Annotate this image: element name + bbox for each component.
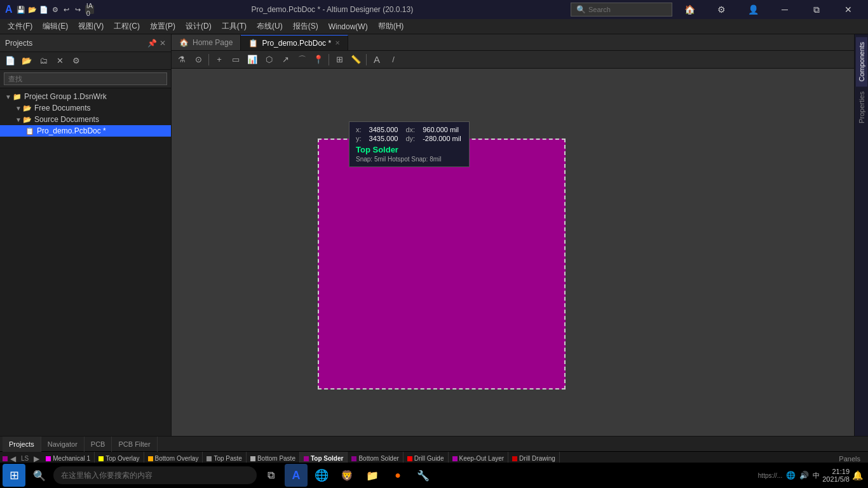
tree-item-source-docs[interactable]: ▼ 📂 Source Documents	[0, 114, 171, 125]
save-icon[interactable]: 💾	[17, 5, 25, 14]
add-btn[interactable]: +	[212, 53, 227, 67]
taskbar-app-ad[interactable]: ●	[386, 464, 409, 487]
free-docs-label: Free Documents	[34, 104, 91, 112]
pcb-doc-label: Pro_demo.PcbDoc *	[37, 126, 106, 135]
search-icon-btn[interactable]: 🔍	[28, 464, 51, 487]
menu-project[interactable]: 工程(C)	[109, 19, 145, 34]
filter-btn[interactable]: ⚗	[174, 53, 189, 67]
notification-icon[interactable]: 🔔	[852, 470, 863, 480]
tab-home[interactable]: 🏠 Home Page	[172, 35, 241, 50]
tree-item-free-docs[interactable]: ▼ 📂 Free Documents	[0, 102, 171, 114]
taskbar-app-brave[interactable]: 🦁	[336, 464, 358, 487]
home-icon[interactable]: 🏠	[675, 0, 704, 19]
toggle-free-docs[interactable]: ▼	[15, 105, 22, 112]
menu-window[interactable]: Window(W)	[323, 19, 373, 34]
menu-place[interactable]: 放置(P)	[145, 19, 180, 34]
highlight-btn[interactable]: ⊙	[191, 53, 206, 67]
sidebar-settings-icon[interactable]: ⚙	[69, 54, 84, 68]
x-value: 3485.000	[369, 126, 398, 133]
menu-edit[interactable]: 编辑(E)	[37, 19, 73, 34]
text-btn[interactable]: A	[369, 53, 384, 67]
sidebar-search-input[interactable]	[4, 72, 167, 85]
cursor-btn[interactable]: ↗	[278, 53, 293, 67]
menu-view[interactable]: 视图(V)	[73, 19, 109, 34]
pcb-canvas[interactable]: x: 3485.000 dx: 960.000 mil y: 3435.000 …	[172, 69, 854, 436]
sidebar-close-doc-icon[interactable]: ✕	[52, 54, 67, 68]
tab-pcb-label: Pro_demo.PcbDoc *	[262, 39, 331, 48]
sidebar-folder-icon[interactable]: 🗂	[36, 54, 51, 68]
chart-btn[interactable]: 📊	[245, 53, 260, 67]
frame-btn[interactable]: ⊞	[332, 53, 347, 67]
menu-file[interactable]: 文件(F)	[3, 19, 37, 34]
ime-icon: 中	[813, 471, 820, 480]
menu-tools[interactable]: 工具(T)	[217, 19, 252, 34]
tree-item-pcb-doc[interactable]: 📋 Pro_demo.PcbDoc *	[0, 125, 171, 137]
menu-route[interactable]: 布线(U)	[252, 19, 288, 34]
toolbar-sep-1	[208, 54, 209, 65]
new-icon[interactable]: 📄	[39, 5, 48, 14]
bot-tab-pcb-filter[interactable]: PCB Filter	[112, 437, 157, 452]
sidebar-close-icon[interactable]: ✕	[159, 39, 166, 48]
redo-icon[interactable]: ↪	[74, 5, 83, 14]
layer-bottom-paste-label: Bottom Paste	[257, 455, 295, 462]
pcb-board[interactable]	[318, 139, 566, 390]
bot-tab-navigator[interactable]: Navigator	[41, 437, 85, 452]
pcb-doc-icon: 📋	[25, 127, 34, 135]
sidebar-new-file-icon[interactable]: 📄	[3, 54, 18, 68]
taskbar-right: https://... 🌐 🔊 中 21:19 2021/5/8 🔔	[758, 468, 865, 483]
title-right-controls: 🔍 🏠 ⚙ 👤 ─ ⧉ ✕	[571, 0, 863, 19]
tree-item-project-group[interactable]: ▼ 📁 Project Group 1.DsnWrk	[0, 91, 171, 102]
undo-icon[interactable]: ↩	[62, 5, 71, 14]
tab-pcb[interactable]: 📋 Pro_demo.PcbDoc * ✕	[241, 35, 348, 50]
toggle-project-group[interactable]: ▼	[5, 93, 11, 100]
bot-tab-pcb[interactable]: PCB	[85, 437, 112, 452]
bot-tab-projects[interactable]: Projects	[3, 437, 41, 452]
dy-label: dy:	[405, 135, 415, 142]
settings-icon[interactable]: ⚙	[707, 0, 736, 19]
task-view-btn[interactable]: ⧉	[259, 464, 282, 487]
layer-scroll-left[interactable]: ◀	[8, 454, 18, 463]
taskbar-app-edge[interactable]: 🌐	[310, 464, 333, 487]
layer-scroll-right[interactable]: ▶	[31, 454, 42, 463]
close-button[interactable]: ✕	[834, 0, 863, 19]
taskbar-app-files[interactable]: 📁	[361, 464, 384, 487]
title-search-box[interactable]: 🔍	[571, 3, 672, 17]
layer-drill-drawing-dot	[512, 456, 517, 461]
clock-time: 21:19	[822, 468, 850, 475]
taskbar-clock[interactable]: 21:19 2021/5/8	[822, 468, 850, 483]
preferences-icon[interactable]: ⚙	[51, 5, 60, 14]
toolbar: ⚗ ⊙ + ▭ 📊 ⬡ ↗ ⌒ 📍 ⊞ 📏 A /	[172, 51, 854, 69]
layer-mechanical1-dot	[46, 456, 51, 461]
sidebar-open-icon[interactable]: 📂	[19, 54, 34, 68]
start-button[interactable]: ⊞	[3, 464, 25, 487]
arc-btn[interactable]: ⌒	[294, 53, 309, 67]
polygon-btn[interactable]: ⬡	[261, 53, 276, 67]
tab-pcb-close[interactable]: ✕	[335, 39, 340, 46]
open-icon[interactable]: 📂	[28, 5, 37, 14]
title-search-input[interactable]	[588, 6, 665, 13]
coord-tooltip: x: 3485.000 dx: 960.000 mil y: 3435.000 …	[349, 121, 470, 167]
taskbar-search[interactable]	[53, 466, 257, 484]
ls-label: LS	[18, 455, 31, 462]
project-tree: ▼ 📁 Project Group 1.DsnWrk ▼ 📂 Free Docu…	[0, 88, 171, 436]
restore-button[interactable]: ⧉	[802, 0, 831, 19]
right-tab-properties[interactable]: Properties	[856, 86, 867, 128]
rectangle-btn[interactable]: ▭	[228, 53, 243, 67]
toggle-source-docs[interactable]: ▼	[15, 116, 22, 123]
menu-reports[interactable]: 报告(S)	[288, 19, 323, 34]
pin-btn[interactable]: 📍	[311, 53, 326, 67]
taskbar-search-input[interactable]	[61, 471, 249, 480]
menu-help[interactable]: 帮助(H)	[373, 19, 409, 34]
right-tab-components[interactable]: Components	[856, 37, 867, 86]
measure-btn[interactable]: 📏	[348, 53, 363, 67]
line-btn[interactable]: /	[386, 53, 401, 67]
sidebar-pin-icon[interactable]: 📌	[147, 39, 157, 48]
menu-design[interactable]: 设计(D)	[180, 19, 217, 34]
account-icon[interactable]: 👤	[738, 0, 768, 19]
taskbar-app-altium[interactable]: A	[285, 464, 308, 487]
minimize-button[interactable]: ─	[770, 0, 799, 19]
taskbar-app-extra[interactable]: 🔧	[412, 464, 435, 487]
title-left: A 💾 📂 📄 ⚙ ↩ ↪ IA 0	[5, 4, 94, 15]
panels-btn[interactable]: Panels	[839, 454, 865, 463]
layer-keep-out-label: Keep-Out Layer	[459, 455, 505, 462]
